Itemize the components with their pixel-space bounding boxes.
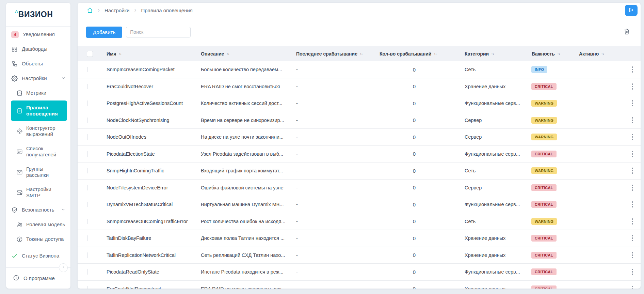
sort-icon: ↑↓	[119, 52, 122, 56]
trigger-count: 0	[372, 269, 457, 275]
severity-badge: WARNING	[531, 100, 557, 107]
column-header-3[interactable]: Последнее срабатывание↑↓	[288, 51, 372, 57]
column-header-5[interactable]: Категории↑↓	[457, 51, 524, 57]
sidebar-collapse-button[interactable]	[59, 263, 68, 272]
sidebar-item-settings[interactable]: Настройки	[6, 71, 70, 86]
card-person-icon	[16, 149, 23, 155]
row-menu-button[interactable]	[630, 251, 634, 260]
sidebar-item-mailing-groups[interactable]: Группы рассылки	[6, 162, 70, 182]
row-checkbox[interactable]	[87, 202, 87, 207]
tree-icon	[11, 61, 18, 67]
row-checkbox[interactable]	[87, 67, 87, 72]
trigger-count: 0	[372, 202, 457, 207]
row-checkbox[interactable]	[87, 168, 87, 173]
row-menu-button[interactable]	[630, 150, 634, 158]
row-checkbox[interactable]	[87, 219, 87, 224]
sidebar-item-dashboards[interactable]: Дашборды	[6, 42, 70, 57]
column-header-label: Последнее срабатывание	[296, 51, 357, 57]
sidebar-item-notifications[interactable]: 4Уведомления	[6, 27, 70, 42]
row-menu-button[interactable]	[630, 183, 634, 192]
row-menu-button[interactable]	[630, 166, 634, 175]
last-triggered: -	[288, 286, 372, 289]
sidebar-item-objects[interactable]: Объекты	[6, 57, 70, 71]
row-checkbox[interactable]	[87, 118, 87, 123]
row-menu-button[interactable]	[630, 217, 634, 226]
row-menu-button[interactable]	[630, 82, 634, 91]
delete-button[interactable]	[623, 28, 630, 36]
row-menu-button[interactable]	[630, 267, 634, 276]
rule-category: Сервер	[457, 118, 524, 123]
sidebar-item-access-tokens[interactable]: Токены доступа	[6, 232, 70, 247]
sidebar-item-role-model[interactable]: Ролевая модель	[6, 217, 70, 232]
row-checkbox[interactable]	[87, 269, 87, 275]
rule-name: EraCouldNotReconstruct	[99, 286, 193, 289]
sidebar-item-vision-status[interactable]: Статус Визиона	[6, 249, 70, 263]
row-checkbox[interactable]	[87, 134, 87, 140]
breadcrumb-item-settings[interactable]: Настройки	[104, 7, 130, 13]
row-checkbox[interactable]	[87, 185, 87, 190]
select-all-checkbox[interactable]	[87, 51, 93, 57]
sidebar-item-security[interactable]: Безопасность	[6, 203, 70, 217]
sidebar-item-label: Конструктор выражений	[26, 125, 66, 138]
rule-description: Количество активных сессий дост...	[193, 100, 288, 106]
add-button[interactable]: Добавить	[86, 27, 122, 38]
breadcrumb-item-alert-rules[interactable]: Правила оповещения	[141, 7, 193, 13]
column-header-4[interactable]: Кол-во срабатываний↑↓	[372, 51, 457, 57]
row-menu-button[interactable]	[630, 284, 634, 289]
sidebar-item-recipients-list[interactable]: Список получателей	[6, 141, 70, 162]
logo-text: ВИЗИОН	[18, 10, 53, 19]
search-input[interactable]	[126, 27, 191, 37]
rule-category: Сеть	[457, 168, 524, 173]
severity-badge: CRITICAL	[531, 201, 557, 208]
sidebar-item-label: Токены доступа	[26, 236, 64, 242]
table-row: SnmpHighInComingTrafficВходящий трафик п…	[78, 163, 641, 180]
last-triggered: -	[288, 252, 372, 258]
row-menu-button[interactable]	[630, 133, 634, 141]
column-header-6[interactable]: Важность↑↓	[524, 51, 571, 57]
last-triggered: -	[288, 202, 372, 207]
row-menu-button[interactable]	[630, 65, 634, 74]
column-header-2[interactable]: Описание↑↓	[193, 51, 288, 57]
people-icon	[16, 221, 23, 228]
sidebar-divider	[6, 267, 70, 268]
last-triggered: -	[288, 151, 372, 157]
row-menu-button[interactable]	[630, 234, 634, 243]
rule-name: PicodataReadOnlyState	[99, 269, 193, 275]
severity-badge: WARNING	[531, 218, 557, 225]
table-row: SnmpIncreaseOutComingTrafficErrorРост ко…	[78, 213, 641, 230]
sidebar-item-label: Уведомления	[23, 31, 55, 37]
row-checkbox[interactable]	[87, 252, 87, 258]
rule-description: Узел Picodata задействован в выб...	[193, 151, 288, 157]
last-triggered: -	[288, 235, 372, 241]
table-row: PicodataElectionStateУзел Picodata задей…	[78, 146, 641, 163]
row-checkbox[interactable]	[87, 235, 87, 241]
row-checkbox[interactable]	[87, 84, 87, 89]
sidebar-item-alert-rules[interactable]: Правила оповещения	[11, 100, 67, 121]
sidebar-item-expression-builder[interactable]: Конструктор выражений	[6, 121, 70, 141]
row-checkbox[interactable]	[87, 286, 87, 289]
trigger-count: 0	[372, 151, 457, 157]
row-menu-button[interactable]	[630, 116, 634, 125]
rule-name: PostgresHighActiveSessionsCount	[99, 100, 193, 106]
trigger-count: 0	[372, 252, 457, 258]
check-icon	[11, 253, 18, 259]
home-icon[interactable]	[87, 7, 93, 13]
sidebar-item-smtp-settings[interactable]: Настройки SMTP	[6, 182, 70, 203]
rule-category: Функциональные серв...	[457, 151, 524, 157]
column-header-7[interactable]: Активно↑↓	[571, 51, 624, 57]
app-logo: ^ ВИЗИОН	[6, 3, 70, 27]
column-header-label: Важность	[532, 51, 555, 57]
sidebar-item-metrics[interactable]: Метрики	[6, 86, 70, 100]
row-menu-button[interactable]	[630, 200, 634, 209]
rule-description: ERA RAID не может завершить рек...	[193, 286, 288, 289]
row-checkbox[interactable]	[87, 100, 87, 106]
row-checkbox[interactable]	[87, 151, 87, 157]
column-header-1[interactable]: Имя↑↓	[99, 51, 193, 57]
grid-icon	[11, 46, 18, 52]
row-menu-button[interactable]	[630, 99, 634, 108]
logout-button[interactable]	[625, 5, 638, 16]
logout-icon	[628, 7, 634, 14]
sort-icon: ↑↓	[360, 52, 363, 56]
trigger-count: 0	[372, 134, 457, 140]
rule-name: NodeOutOfInodes	[99, 134, 193, 140]
